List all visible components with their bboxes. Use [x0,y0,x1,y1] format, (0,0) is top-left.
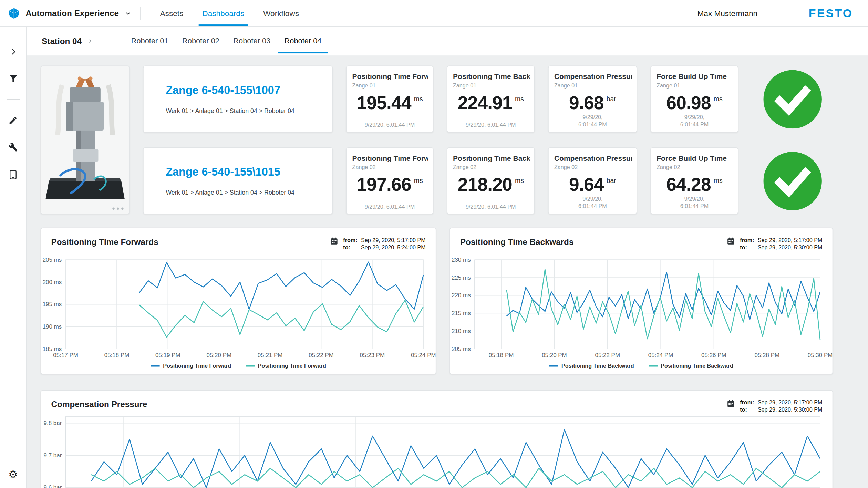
kpi-subtitle: Zange 02 [655,164,733,170]
range-from-value: Sep 29, 2020, 5:17:00 PM [758,237,823,243]
settings-gear-icon[interactable]: ⚙ [4,468,22,480]
legend-label: Positioning Time Forward [163,363,231,369]
kpi-timestamp: 9/29/20, 6:01:44 PM [365,122,415,128]
kpi-value: 195.44 [357,93,411,112]
chart-title: Compensation Pressure [51,399,147,409]
kpi-card-force-build-up: Force Build Up Time Zange 01 60.98ms 9/2… [650,66,738,133]
kpi-card-positioning-backward: Positioning Time Backward Zange 01 224.9… [447,66,535,133]
expand-sidebar-icon[interactable] [4,45,22,58]
tab-roboter-04[interactable]: Roboter 04 [278,27,328,55]
chevron-right-icon [87,38,93,44]
date-range-picker[interactable]: from:Sep 29, 2020, 5:17:00 PM to:Sep 29,… [330,237,426,250]
asset-breadcrumb: Werk 01 > Anlage 01 > Station 04 > Robot… [166,189,323,196]
kpi-timestamp: 9/29/20, 6:01:44 PM [677,114,712,128]
legend-item[interactable]: Positioning Time Forward [151,363,231,369]
kpi-value: 60.98 [666,93,711,112]
svg-text:9.6 bar: 9.6 bar [44,484,62,488]
range-to-label: to: [343,244,358,250]
status-cell [752,147,833,214]
filter-icon[interactable] [4,72,22,85]
date-range-picker[interactable]: from:Sep 29, 2020, 5:17:00 PM to:Sep 29,… [726,399,822,413]
kpi-card-positioning-backward: Positioning Time Backward Zange 02 218.2… [447,147,535,214]
primary-nav: Assets Dashboards Workflows [151,0,308,26]
chart-panel-positioning-forwards: 205 ms200 ms195 ms190 ms185 ms05:17 PM05… [41,228,436,374]
kpi-subtitle: Zange 01 [553,82,632,89]
app-switcher[interactable]: Automation Experience [8,7,131,19]
kpi-card-positioning-forward: Positioning Time Forward Zange 01 195.44… [346,66,434,133]
asset-card: Zange 6-540-155\1007 Werk 01 > Anlage 01… [143,66,333,133]
status-ok-icon [763,152,822,210]
kpi-title: Positioning Time Forward [351,154,428,162]
svg-text:05:26 PM: 05:26 PM [701,352,726,359]
svg-text:9.8 bar: 9.8 bar [44,420,62,426]
kpi-unit: ms [515,95,524,103]
svg-text:05:20 PM: 05:20 PM [207,352,232,359]
svg-text:205 ms: 205 ms [452,346,471,352]
kpi-subtitle: Zange 02 [452,164,530,170]
nav-tab-workflows[interactable]: Workflows [254,0,309,26]
kpi-timestamp: 9/29/20, 6:01:44 PM [365,204,415,210]
tab-roboter-01[interactable]: Roboter 01 [125,27,174,55]
wrench-icon[interactable] [4,141,22,153]
svg-text:05:20 PM: 05:20 PM [542,352,567,359]
range-from-label: from: [343,237,358,243]
legend-item[interactable]: Positioning Time Backward [649,363,733,369]
svg-text:195 ms: 195 ms [43,301,62,308]
tab-roboter-03[interactable]: Roboter 03 [227,27,277,55]
asset-photo [41,66,129,214]
legend-label: Positioning Time Backward [561,363,634,369]
kpi-timestamp: 9/29/20, 6:01:44 PM [466,122,516,128]
svg-text:9.7 bar: 9.7 bar [44,452,62,459]
nav-tab-dashboards[interactable]: Dashboards [193,0,254,26]
legend-item[interactable]: Positioning Time Forward [246,363,326,369]
svg-text:05:18 PM: 05:18 PM [489,352,514,359]
svg-text:210 ms: 210 ms [452,328,471,334]
kpi-unit: ms [515,177,524,185]
kpi-value: 64.28 [666,175,711,194]
subnav: Station 04 Roboter 01 Roboter 02 Roboter… [27,27,868,56]
date-range-picker[interactable]: from:Sep 29, 2020, 5:17:00 PM to:Sep 29,… [726,237,822,250]
svg-text:05:24 PM: 05:24 PM [411,352,436,359]
carousel-dots [112,208,123,210]
kpi-unit: bar [607,177,616,185]
kpi-title: Compensation Pressure [553,154,632,162]
range-to-value: Sep 29, 2020, 5:24:00 PM [361,244,426,250]
asset-title-link[interactable]: Zange 6-540-155\1015 [166,166,323,178]
range-to-value: Sep 29, 2020, 5:30:00 PM [758,244,823,250]
breadcrumb-station[interactable]: Station 04 [42,36,93,45]
range-to-label: to: [740,407,754,413]
kpi-timestamp: 9/29/20, 6:01:44 PM [466,204,516,210]
svg-text:215 ms: 215 ms [452,310,471,316]
chart-title: Positioning TIme Forwards [51,237,158,246]
kpi-timestamp: 9/29/20, 6:01:44 PM [677,196,712,210]
kpi-subtitle: Zange 01 [351,82,428,89]
kpi-card-force-build-up: Force Build Up Time Zange 02 64.28ms 9/2… [650,147,738,214]
carousel-dot[interactable] [117,208,119,210]
user-menu[interactable]: Max Mustermann [697,9,757,18]
legend-item[interactable]: Positioning Time Backward [549,363,634,369]
svg-text:05:22 PM: 05:22 PM [309,352,334,359]
divider [140,7,141,20]
svg-text:190 ms: 190 ms [43,323,62,330]
kpi-unit: ms [714,95,723,103]
carousel-dot[interactable] [112,208,114,210]
calendar-icon [330,237,338,245]
chart-panel-compensation-pressure: 9.8 bar9.7 bar9.6 bar05:18 PM05:20 PM05:… [41,390,833,488]
kpi-timestamp: 9/29/20, 6:01:44 PM [575,196,610,210]
asset-title-link[interactable]: Zange 6-540-155\1007 [166,84,323,96]
svg-text:05:22 PM: 05:22 PM [595,352,620,359]
tab-roboter-02[interactable]: Roboter 02 [176,27,225,55]
carousel-dot[interactable] [121,208,123,210]
mobile-device-icon[interactable] [4,168,22,181]
kpi-value: 9.64 [569,175,604,194]
legend-label: Positioning Time Backward [661,363,733,369]
kpi-unit: bar [607,95,616,103]
kpi-subtitle: Zange 02 [351,164,428,170]
range-from-label: from: [740,237,754,243]
status-cell [752,66,833,133]
festo-ax-logo-icon [8,7,20,19]
edit-pencil-icon[interactable] [4,114,22,126]
nav-tab-assets[interactable]: Assets [151,0,193,26]
kpi-value: 9.68 [569,93,604,112]
chart-title: Positioning Time Backwards [460,237,574,246]
